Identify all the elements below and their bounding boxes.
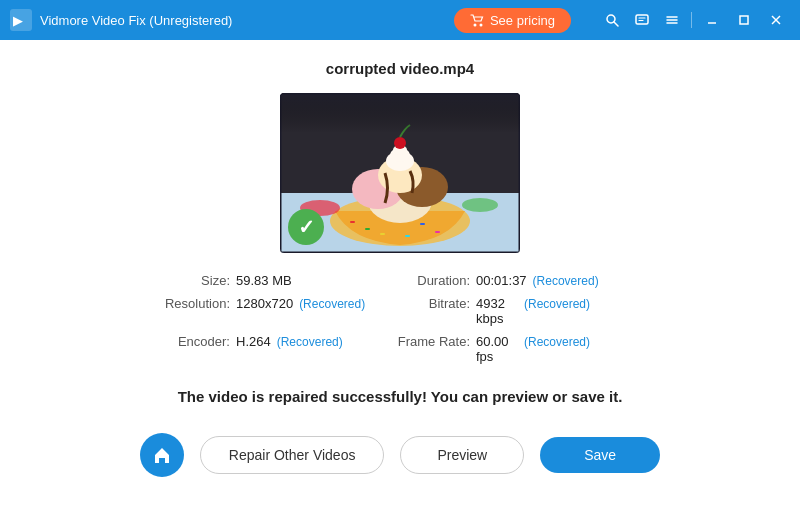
duration-row: Duration: 00:01:37 (Recovered) <box>390 273 590 288</box>
cart-icon <box>470 13 484 27</box>
svg-rect-18 <box>365 228 370 230</box>
encoder-value: H.264 <box>236 334 271 349</box>
title-bar: ▶ Vidmore Video Fix (Unregistered) See p… <box>0 0 800 40</box>
svg-rect-19 <box>420 223 425 225</box>
bitrate-row: Bitrate: 4932 kbps (Recovered) <box>390 296 590 326</box>
svg-text:▶: ▶ <box>13 13 23 28</box>
svg-rect-20 <box>435 231 440 233</box>
svg-rect-22 <box>405 235 410 237</box>
svg-point-3 <box>479 24 482 27</box>
see-pricing-label: See pricing <box>490 13 555 28</box>
home-button[interactable] <box>140 433 184 477</box>
size-label: Size: <box>150 273 230 288</box>
home-icon <box>152 445 172 465</box>
main-content: corrupted video.mp4 <box>0 40 800 523</box>
info-grid: Size: 59.83 MB Duration: 00:01:37 (Recov… <box>150 273 650 364</box>
success-message: The video is repaired successfully! You … <box>178 388 623 405</box>
separator <box>691 12 692 28</box>
encoder-recovered: (Recovered) <box>277 335 343 349</box>
repair-other-button[interactable]: Repair Other Videos <box>200 436 385 474</box>
svg-rect-32 <box>280 93 520 133</box>
title-controls <box>599 9 790 31</box>
framerate-recovered: (Recovered) <box>524 335 590 349</box>
see-pricing-button[interactable]: See pricing <box>454 8 571 33</box>
resolution-recovered: (Recovered) <box>299 297 365 311</box>
framerate-label: Frame Rate: <box>390 334 470 349</box>
message-button[interactable] <box>629 9 655 31</box>
size-value: 59.83 MB <box>236 273 292 288</box>
svg-point-2 <box>473 24 476 27</box>
menu-button[interactable] <box>659 9 685 31</box>
svg-rect-6 <box>636 15 648 24</box>
resolution-label: Resolution: <box>150 296 230 311</box>
duration-value: 00:01:37 <box>476 273 527 288</box>
svg-rect-21 <box>380 233 385 235</box>
maximize-button[interactable] <box>730 10 758 30</box>
check-badge: ✓ <box>288 209 324 245</box>
bitrate-label: Bitrate: <box>390 296 470 311</box>
resolution-value: 1280x720 <box>236 296 293 311</box>
action-buttons: Repair Other Videos Preview Save <box>140 433 660 477</box>
resolution-row: Resolution: 1280x720 (Recovered) <box>150 296 350 326</box>
framerate-row: Frame Rate: 60.00 fps (Recovered) <box>390 334 590 364</box>
minimize-button[interactable] <box>698 10 726 30</box>
svg-line-5 <box>614 22 618 26</box>
encoder-label: Encoder: <box>150 334 230 349</box>
svg-rect-17 <box>350 221 355 223</box>
svg-point-34 <box>462 198 498 212</box>
video-filename: corrupted video.mp4 <box>326 60 474 77</box>
check-icon: ✓ <box>298 215 315 239</box>
bitrate-value: 4932 kbps <box>476 296 518 326</box>
search-button[interactable] <box>599 9 625 31</box>
duration-recovered: (Recovered) <box>533 274 599 288</box>
preview-button[interactable]: Preview <box>400 436 524 474</box>
video-preview-container: ✓ <box>280 93 520 253</box>
svg-point-30 <box>394 137 406 149</box>
size-row: Size: 59.83 MB <box>150 273 350 288</box>
encoder-row: Encoder: H.264 (Recovered) <box>150 334 350 364</box>
framerate-value: 60.00 fps <box>476 334 518 364</box>
bitrate-recovered: (Recovered) <box>524 297 590 311</box>
app-title: Vidmore Video Fix (Unregistered) <box>40 13 232 28</box>
close-button[interactable] <box>762 10 790 30</box>
save-button[interactable]: Save <box>540 437 660 473</box>
duration-label: Duration: <box>390 273 470 288</box>
svg-rect-11 <box>740 16 748 24</box>
app-logo: ▶ <box>10 9 32 31</box>
